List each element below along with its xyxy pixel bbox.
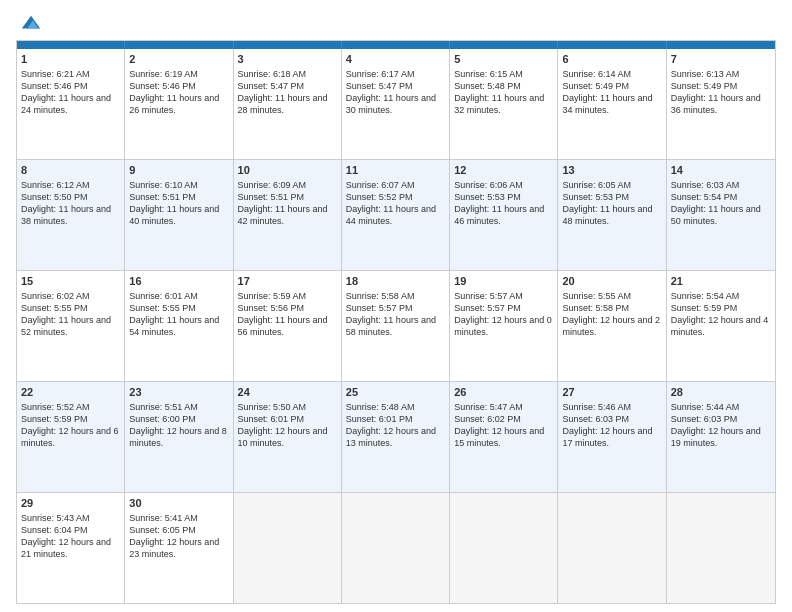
daylight-text: Daylight: 12 hours and 21 minutes.: [21, 537, 111, 559]
sunrise-text: Sunrise: 6:09 AM: [238, 180, 307, 190]
day-cell: 18 Sunrise: 5:58 AM Sunset: 5:57 PM Dayl…: [342, 271, 450, 381]
sunrise-text: Sunrise: 5:43 AM: [21, 513, 90, 523]
day-number: 9: [129, 163, 228, 178]
day-cell: 11 Sunrise: 6:07 AM Sunset: 5:52 PM Dayl…: [342, 160, 450, 270]
day-number: 12: [454, 163, 553, 178]
calendar-body: 1 Sunrise: 6:21 AM Sunset: 5:46 PM Dayli…: [17, 49, 775, 603]
day-number: 22: [21, 385, 120, 400]
header-friday: [558, 41, 666, 49]
header-saturday: [667, 41, 775, 49]
sunset-text: Sunset: 5:59 PM: [21, 414, 88, 424]
daylight-text: Daylight: 12 hours and 4 minutes.: [671, 315, 769, 337]
sunrise-text: Sunrise: 6:01 AM: [129, 291, 198, 301]
day-cell: [234, 493, 342, 603]
day-cell: 14 Sunrise: 6:03 AM Sunset: 5:54 PM Dayl…: [667, 160, 775, 270]
logo-icon: [20, 12, 42, 34]
sunset-text: Sunset: 5:59 PM: [671, 303, 738, 313]
page: 1 Sunrise: 6:21 AM Sunset: 5:46 PM Dayli…: [0, 0, 792, 612]
calendar-header: [17, 41, 775, 49]
daylight-text: Daylight: 11 hours and 42 minutes.: [238, 204, 328, 226]
day-cell: 29 Sunrise: 5:43 AM Sunset: 6:04 PM Dayl…: [17, 493, 125, 603]
sunset-text: Sunset: 5:55 PM: [21, 303, 88, 313]
week-row-3: 15 Sunrise: 6:02 AM Sunset: 5:55 PM Dayl…: [17, 271, 775, 382]
sunset-text: Sunset: 5:53 PM: [454, 192, 521, 202]
day-number: 6: [562, 52, 661, 67]
daylight-text: Daylight: 11 hours and 28 minutes.: [238, 93, 328, 115]
sunset-text: Sunset: 6:03 PM: [562, 414, 629, 424]
daylight-text: Daylight: 12 hours and 0 minutes.: [454, 315, 552, 337]
day-number: 15: [21, 274, 120, 289]
day-number: 3: [238, 52, 337, 67]
sunrise-text: Sunrise: 5:58 AM: [346, 291, 415, 301]
day-cell: 21 Sunrise: 5:54 AM Sunset: 5:59 PM Dayl…: [667, 271, 775, 381]
week-row-4: 22 Sunrise: 5:52 AM Sunset: 5:59 PM Dayl…: [17, 382, 775, 493]
daylight-text: Daylight: 11 hours and 36 minutes.: [671, 93, 761, 115]
day-cell: 4 Sunrise: 6:17 AM Sunset: 5:47 PM Dayli…: [342, 49, 450, 159]
sunset-text: Sunset: 5:51 PM: [129, 192, 196, 202]
sunset-text: Sunset: 5:48 PM: [454, 81, 521, 91]
week-row-2: 8 Sunrise: 6:12 AM Sunset: 5:50 PM Dayli…: [17, 160, 775, 271]
daylight-text: Daylight: 11 hours and 56 minutes.: [238, 315, 328, 337]
day-number: 20: [562, 274, 661, 289]
sunset-text: Sunset: 5:56 PM: [238, 303, 305, 313]
day-cell: 24 Sunrise: 5:50 AM Sunset: 6:01 PM Dayl…: [234, 382, 342, 492]
day-cell: 13 Sunrise: 6:05 AM Sunset: 5:53 PM Dayl…: [558, 160, 666, 270]
calendar: 1 Sunrise: 6:21 AM Sunset: 5:46 PM Dayli…: [16, 40, 776, 604]
day-cell: 17 Sunrise: 5:59 AM Sunset: 5:56 PM Dayl…: [234, 271, 342, 381]
daylight-text: Daylight: 12 hours and 2 minutes.: [562, 315, 660, 337]
day-number: 8: [21, 163, 120, 178]
daylight-text: Daylight: 12 hours and 8 minutes.: [129, 426, 227, 448]
week-row-1: 1 Sunrise: 6:21 AM Sunset: 5:46 PM Dayli…: [17, 49, 775, 160]
sunrise-text: Sunrise: 6:10 AM: [129, 180, 198, 190]
day-number: 7: [671, 52, 771, 67]
day-number: 30: [129, 496, 228, 511]
header-wednesday: [342, 41, 450, 49]
day-cell: 10 Sunrise: 6:09 AM Sunset: 5:51 PM Dayl…: [234, 160, 342, 270]
sunrise-text: Sunrise: 6:12 AM: [21, 180, 90, 190]
daylight-text: Daylight: 11 hours and 32 minutes.: [454, 93, 544, 115]
day-cell: [342, 493, 450, 603]
sunset-text: Sunset: 5:57 PM: [454, 303, 521, 313]
sunset-text: Sunset: 6:01 PM: [238, 414, 305, 424]
day-number: 17: [238, 274, 337, 289]
sunrise-text: Sunrise: 5:46 AM: [562, 402, 631, 412]
day-cell: 16 Sunrise: 6:01 AM Sunset: 5:55 PM Dayl…: [125, 271, 233, 381]
week-row-5: 29 Sunrise: 5:43 AM Sunset: 6:04 PM Dayl…: [17, 493, 775, 603]
daylight-text: Daylight: 12 hours and 23 minutes.: [129, 537, 219, 559]
sunrise-text: Sunrise: 6:03 AM: [671, 180, 740, 190]
day-cell: 20 Sunrise: 5:55 AM Sunset: 5:58 PM Dayl…: [558, 271, 666, 381]
day-cell: 26 Sunrise: 5:47 AM Sunset: 6:02 PM Dayl…: [450, 382, 558, 492]
daylight-text: Daylight: 11 hours and 34 minutes.: [562, 93, 652, 115]
day-number: 10: [238, 163, 337, 178]
daylight-text: Daylight: 12 hours and 17 minutes.: [562, 426, 652, 448]
sunrise-text: Sunrise: 6:17 AM: [346, 69, 415, 79]
day-number: 18: [346, 274, 445, 289]
day-cell: 25 Sunrise: 5:48 AM Sunset: 6:01 PM Dayl…: [342, 382, 450, 492]
day-number: 11: [346, 163, 445, 178]
sunrise-text: Sunrise: 6:21 AM: [21, 69, 90, 79]
day-number: 29: [21, 496, 120, 511]
daylight-text: Daylight: 12 hours and 10 minutes.: [238, 426, 328, 448]
sunset-text: Sunset: 6:00 PM: [129, 414, 196, 424]
daylight-text: Daylight: 11 hours and 40 minutes.: [129, 204, 219, 226]
sunrise-text: Sunrise: 5:48 AM: [346, 402, 415, 412]
day-cell: 9 Sunrise: 6:10 AM Sunset: 5:51 PM Dayli…: [125, 160, 233, 270]
sunset-text: Sunset: 5:47 PM: [238, 81, 305, 91]
day-number: 24: [238, 385, 337, 400]
day-cell: 23 Sunrise: 5:51 AM Sunset: 6:00 PM Dayl…: [125, 382, 233, 492]
sunset-text: Sunset: 5:58 PM: [562, 303, 629, 313]
daylight-text: Daylight: 11 hours and 38 minutes.: [21, 204, 111, 226]
sunset-text: Sunset: 6:05 PM: [129, 525, 196, 535]
sunset-text: Sunset: 6:03 PM: [671, 414, 738, 424]
day-cell: [450, 493, 558, 603]
sunset-text: Sunset: 5:53 PM: [562, 192, 629, 202]
daylight-text: Daylight: 11 hours and 58 minutes.: [346, 315, 436, 337]
day-cell: 27 Sunrise: 5:46 AM Sunset: 6:03 PM Dayl…: [558, 382, 666, 492]
day-cell: 1 Sunrise: 6:21 AM Sunset: 5:46 PM Dayli…: [17, 49, 125, 159]
day-cell: [667, 493, 775, 603]
sunrise-text: Sunrise: 6:07 AM: [346, 180, 415, 190]
sunset-text: Sunset: 6:04 PM: [21, 525, 88, 535]
daylight-text: Daylight: 11 hours and 44 minutes.: [346, 204, 436, 226]
sunset-text: Sunset: 5:46 PM: [21, 81, 88, 91]
sunset-text: Sunset: 5:49 PM: [671, 81, 738, 91]
